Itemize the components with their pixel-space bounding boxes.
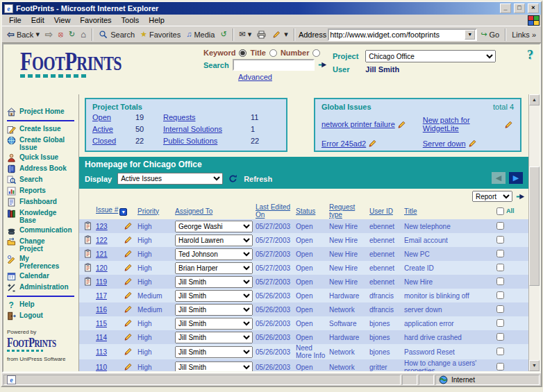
issue-link[interactable]: 117 [96, 292, 107, 300]
assigned-to-select[interactable]: Jill Smith [175, 332, 253, 343]
edit-dropdown-icon[interactable]: ▾ [284, 31, 288, 38]
issue-link[interactable]: 121 [96, 250, 108, 258]
issue-link[interactable]: 115 [96, 320, 107, 327]
back-dropdown-icon[interactable]: ▾ [35, 31, 40, 38]
assigned-to-select[interactable]: Jill Smith [175, 361, 253, 372]
sort-descending-icon[interactable]: ▼ [119, 208, 127, 216]
sidebar-item-my-preferences[interactable]: My Preferences [7, 255, 77, 270]
sidebar-item-knowledge-base[interactable]: Knowledge Base [7, 209, 77, 224]
sidebar-item-create-issue[interactable]: Create Issue [7, 125, 77, 134]
column-header-link[interactable]: Status [296, 207, 315, 215]
edit-issue-icon[interactable] [124, 362, 133, 371]
global-issue-link[interactable]: Server down [423, 139, 466, 148]
edit-global-issue-icon[interactable] [368, 139, 378, 148]
edit-global-issue-icon[interactable] [504, 120, 514, 129]
vertical-scrollbar[interactable]: ▲ ▼ [528, 94, 540, 371]
select-issue-checkbox[interactable] [496, 305, 504, 313]
project-total-link-closed[interactable]: Closed [92, 137, 133, 145]
address-input[interactable] [330, 31, 465, 39]
global-issue-link[interactable]: Error 245ad2 [321, 139, 366, 148]
assigned-to-select[interactable]: Jill Smith [175, 346, 253, 358]
help-icon[interactable]: ? [527, 48, 533, 62]
edit-issue-icon[interactable] [124, 235, 133, 244]
issue-link[interactable]: 114 [96, 334, 107, 341]
edit-issue-icon[interactable] [124, 332, 133, 341]
column-header-link[interactable]: Issue # [96, 206, 118, 214]
mail-button[interactable]: ✉▾ [237, 30, 254, 39]
project-total-link-open[interactable]: Open [92, 113, 133, 121]
issue-link[interactable]: 116 [96, 306, 107, 314]
edit-button[interactable]: ▾ [270, 29, 290, 40]
edit-global-issue-icon[interactable] [397, 120, 407, 129]
assigned-to-select[interactable]: Brian Harper [175, 262, 253, 274]
assigned-to-select[interactable]: Jill Smith [175, 304, 253, 316]
report-go-button[interactable] [516, 192, 526, 201]
assigned-to-select[interactable]: George Washi [175, 221, 253, 232]
column-header-link[interactable]: Priority [137, 207, 159, 215]
column-header-link[interactable]: Last Edited On [256, 203, 290, 219]
sidebar-item-quick-issue[interactable]: Quick Issue [7, 153, 77, 162]
menu-view[interactable]: View [49, 15, 76, 25]
project-total-link-active[interactable]: Active [92, 125, 133, 133]
select-issue-checkbox[interactable] [496, 278, 504, 285]
sidebar-item-address-book[interactable]: Address Book [7, 164, 77, 173]
print-button[interactable] [255, 29, 269, 40]
sidebar-item-project-home[interactable]: Project Home [7, 108, 77, 117]
links-button[interactable]: Links » [510, 30, 538, 40]
sidebar-item-create-global-issue[interactable]: Create Global Issue [7, 136, 77, 151]
issue-link[interactable]: 110 [96, 364, 107, 371]
issue-link[interactable]: 120 [96, 264, 108, 272]
select-issue-checkbox[interactable] [496, 236, 504, 244]
scroll-thumb[interactable] [529, 167, 540, 286]
sidebar-item-flashboard[interactable]: Flashboard [7, 198, 77, 207]
issue-link[interactable]: 119 [96, 278, 107, 286]
home-button[interactable]: ⌂ [78, 29, 88, 40]
select-issue-checkbox[interactable] [496, 348, 504, 355]
keyword-radio[interactable] [239, 49, 247, 57]
title-bar[interactable]: e FootPrints - Microsoft Internet Explor… [2, 2, 541, 15]
issue-link[interactable]: 113 [96, 348, 107, 356]
global-issue-link[interactable]: network printer failure [321, 120, 395, 128]
advanced-search-link[interactable]: Advanced [203, 73, 307, 81]
project-total-link-internal-solutions[interactable]: Internal Solutions [163, 125, 248, 133]
close-button[interactable]: × [528, 3, 539, 13]
sidebar-item-communication[interactable]: Communication [7, 226, 77, 235]
assigned-to-select[interactable]: Harold Lawren [175, 235, 253, 246]
sidebar-item-reports[interactable]: Reports [7, 187, 77, 196]
media-button[interactable]: ♫ Media [184, 30, 217, 40]
assigned-to-select[interactable]: Jill Smith [175, 318, 253, 330]
number-radio[interactable] [312, 49, 320, 57]
go-button[interactable]: ↪ Go [478, 30, 501, 40]
select-issue-checkbox[interactable] [496, 222, 504, 230]
favorites-button[interactable]: ★ Favorites [138, 30, 183, 40]
prev-page-button[interactable]: ◀ [492, 172, 506, 184]
issue-note-icon[interactable] [83, 221, 93, 230]
edit-global-issue-icon[interactable] [468, 139, 478, 148]
edit-issue-icon[interactable] [124, 318, 133, 327]
stop-button[interactable]: ⦻ [56, 30, 65, 39]
maximize-button[interactable]: □ [514, 3, 525, 13]
sidebar-item-change-project[interactable]: Change Project [7, 237, 77, 253]
edit-issue-icon[interactable] [124, 221, 133, 230]
edit-issue-icon[interactable] [124, 263, 133, 272]
forward-button[interactable]: ⇨ [43, 29, 55, 40]
display-select[interactable]: Active Issues [117, 173, 223, 185]
select-issue-checkbox[interactable] [496, 319, 504, 327]
menu-help[interactable]: Help [144, 15, 169, 25]
assigned-to-select[interactable]: Ted Johnson [175, 248, 253, 260]
report-select[interactable]: Report [472, 191, 512, 202]
refresh-link[interactable]: Refresh [244, 175, 272, 183]
select-issue-checkbox[interactable] [496, 264, 504, 271]
column-header-link[interactable]: Title [404, 207, 417, 215]
menu-favorites[interactable]: Favorites [75, 15, 116, 25]
select-all-checkbox[interactable] [496, 207, 504, 215]
issue-link[interactable]: 122 [96, 237, 108, 244]
edit-issue-icon[interactable] [124, 305, 133, 314]
select-issue-checkbox[interactable] [496, 291, 504, 299]
title-radio[interactable] [269, 49, 277, 57]
scroll-down-button[interactable]: ▼ [529, 360, 540, 371]
sidebar-item-search[interactable]: Search [7, 176, 77, 185]
project-total-link-public-solutions[interactable]: Public Solutions [163, 137, 248, 145]
select-issue-checkbox[interactable] [496, 363, 504, 370]
refresh-button[interactable]: ↻ [67, 30, 77, 39]
